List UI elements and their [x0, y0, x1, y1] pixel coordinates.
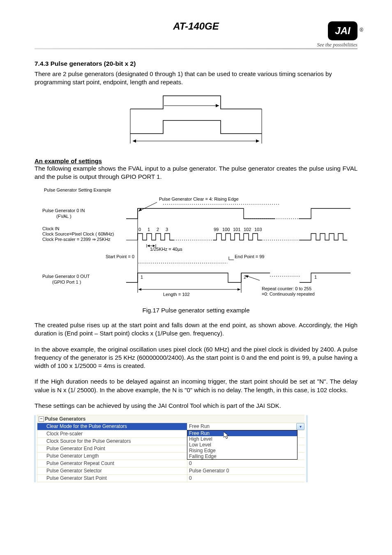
- p2: In the above example, the original oscil…: [35, 345, 357, 370]
- svg-marker-41: [224, 432, 228, 439]
- prop-value[interactable]: Pulse Generator 0: [187, 467, 304, 474]
- example-intro: The following example shows the FVAL inp…: [35, 164, 357, 181]
- period-label: 1/25KHz = 40µs: [150, 247, 182, 252]
- svg-text:0: 0: [138, 227, 141, 232]
- start-point: Start Point = 0: [106, 254, 134, 259]
- dropdown-item[interactable]: Low Level: [187, 442, 297, 448]
- prop-name: Clear Mode for the Pulse Generators: [37, 423, 187, 430]
- prop-name: Pulse Generator Selector: [37, 467, 187, 474]
- p4: These settings can be achieved by using …: [35, 402, 357, 410]
- prop-name: Pulse Generator Length: [37, 453, 187, 460]
- envelope-diagram: [122, 92, 270, 150]
- tagline: See the possibilities: [317, 42, 357, 48]
- prop-name: Pulse Generator Start Point: [37, 475, 187, 482]
- p3: If the High duration needs to be delayed…: [35, 377, 357, 394]
- svg-marker-38: [238, 288, 240, 291]
- length-label: Length = 102: [163, 292, 190, 297]
- dropdown-item[interactable]: Falling Edge: [187, 453, 297, 459]
- prop-value[interactable]: Free Run ▾ Free Run High Level Low Level…: [187, 423, 304, 430]
- svg-text:99: 99: [214, 227, 219, 232]
- chevron-down-icon[interactable]: ▾: [296, 423, 304, 430]
- svg-marker-26: [148, 245, 150, 247]
- timing-diagram: text{font-family:Calibri,Arial,sans-seri…: [35, 186, 357, 305]
- dropdown-list[interactable]: Free Run High Level Low Level Rising Edg…: [187, 430, 297, 460]
- registered-icon: ®: [360, 21, 363, 39]
- svg-text:3: 3: [166, 227, 168, 232]
- dropdown-item[interactable]: High Level: [187, 436, 297, 442]
- in-label-1: Pulse Generator 0 IN: [42, 208, 85, 213]
- in-label-2: (FVAL ): [56, 214, 71, 219]
- grid-row[interactable]: Pulse Generator Start Point0: [37, 475, 304, 482]
- logo-text: JAI ®: [328, 21, 357, 40]
- grid-row[interactable]: Pulse Generator SelectorPulse Generator …: [37, 467, 304, 475]
- doc-model: AT-140GE: [35, 21, 357, 32]
- dropdown-item[interactable]: Rising Edge: [187, 448, 297, 453]
- svg-text:1: 1: [141, 275, 143, 280]
- example-heading: An example of settings: [35, 157, 357, 164]
- svg-text:2: 2: [157, 227, 159, 232]
- svg-marker-1: [216, 104, 219, 107]
- svg-text:102: 102: [244, 227, 251, 232]
- grid-row[interactable]: Pulse Generator Repeat Count0: [37, 460, 304, 467]
- end-point: End Point = 99: [235, 254, 264, 259]
- grid-row-selected[interactable]: Clear Mode for the Pulse Generators Free…: [37, 423, 304, 430]
- diagram-title: Pulse Generator Setting Example: [44, 187, 111, 192]
- svg-text:100: 100: [222, 227, 230, 232]
- clk-label-1: Clock IN: [42, 226, 60, 231]
- repeat-2: =0: Continuously repeated: [262, 291, 315, 296]
- svg-text:1: 1: [314, 275, 317, 280]
- svg-marker-4: [256, 139, 259, 143]
- section-title: 7.4.3 Pulse generators (20-bit x 2): [35, 60, 357, 67]
- clk-label-2: Clock Source=Pixel Clock ( 60MHz): [42, 231, 114, 236]
- svg-text:1: 1: [148, 227, 150, 232]
- prop-name: Clock Source for the Pulse Generators: [37, 438, 187, 445]
- prop-name: Clock Pre-scaler: [37, 430, 187, 437]
- prop-name: Pulse Generator Repeat Count: [37, 460, 187, 467]
- svg-marker-3: [133, 139, 136, 143]
- group-header[interactable]: − Pulse Generators: [37, 415, 304, 423]
- logo: JAI ®: [328, 21, 357, 40]
- fig-caption: Fig.17 Pulse generator setting example: [35, 307, 357, 314]
- svg-text:2: 2: [244, 275, 246, 280]
- page: AT-140GE JAI ® See the possibilities 7.4…: [0, 0, 392, 503]
- svg-marker-37: [138, 288, 141, 291]
- collapse-icon[interactable]: −: [39, 416, 44, 422]
- clear-label: Pulse Generator Clear = 4: Rising Edge: [159, 197, 239, 201]
- intro-text: There are 2 pulse generators (designated…: [35, 70, 357, 87]
- svg-text:103: 103: [254, 227, 262, 232]
- dropdown-item[interactable]: Free Run: [187, 430, 297, 436]
- svg-text:101: 101: [233, 227, 240, 232]
- property-grid: − Pulse Generators Clear Mode for the Pu…: [37, 415, 304, 482]
- p1: The created pulse rises up at the start …: [35, 321, 357, 338]
- out-label-2: (GPIO Port 1 ): [52, 280, 81, 284]
- cursor-icon: [224, 432, 230, 439]
- out-label-1: Pulse Generator 0 OUT: [42, 274, 90, 279]
- repeat-1: Repeat counter: 0 to 255: [262, 286, 311, 291]
- clk-label-3: Clock Pre-scaler = 2399 ⇒ 25KHz: [42, 237, 111, 242]
- prop-value[interactable]: 0: [187, 475, 304, 482]
- header-rule: [35, 48, 357, 49]
- prop-value[interactable]: 0: [187, 460, 304, 467]
- logo-area: JAI ® See the possibilities: [317, 21, 357, 48]
- prop-name: Pulse Generator End Point: [37, 445, 187, 452]
